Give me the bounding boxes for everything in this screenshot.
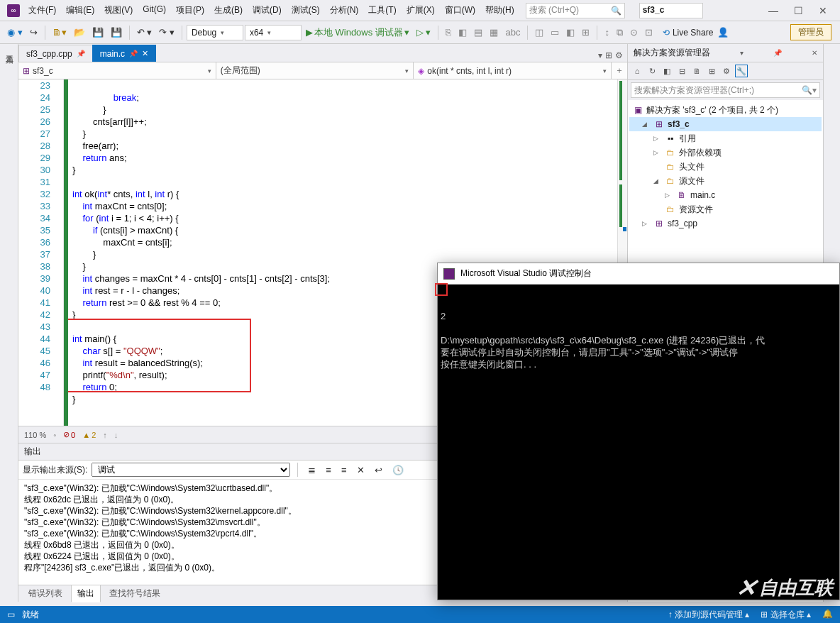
close-button[interactable]: ✕ <box>816 4 830 18</box>
nav-member-combo[interactable]: ◈ ok(int * cnts, int l, int r) <box>414 62 612 79</box>
menu-edit[interactable]: 编辑(E) <box>62 1 99 19</box>
sol-tb-wrench-icon[interactable]: 🔧 <box>735 65 748 77</box>
new-item-button[interactable]: 🗎▾ <box>50 26 70 39</box>
error-count[interactable]: ⊘0 <box>63 430 75 439</box>
close-icon[interactable]: ✕ <box>812 49 817 57</box>
minimize-button[interactable]: — <box>766 4 781 18</box>
menu-view[interactable]: 视图(V) <box>100 1 137 19</box>
dropdown-icon[interactable]: ▾ <box>740 49 744 57</box>
menu-git[interactable]: Git(G) <box>138 1 170 19</box>
status-add-src[interactable]: ↑ 添加到源代码管理 ▴ <box>668 609 750 621</box>
zoom-level[interactable]: 110 % <box>24 431 46 439</box>
sources-node[interactable]: ◢🗀源文件 <box>629 174 822 188</box>
startup-project-combo[interactable]: sf3_c <box>639 3 703 18</box>
save-all-button[interactable]: 💾 <box>108 26 125 39</box>
issues-icon[interactable]: ◦ <box>53 431 56 439</box>
console-title-bar[interactable]: Microsoft Visual Studio 调试控制台 <box>438 263 839 285</box>
sol-tb-2[interactable]: ↻ <box>646 65 658 77</box>
nav-scope-combo[interactable]: ⊞ sf3_c <box>18 62 216 79</box>
tab-find-symbols[interactable]: 查找符号结果 <box>104 585 166 602</box>
sol-tb-6[interactable]: ⊞ <box>705 65 718 77</box>
sol-tb-5[interactable]: 🗎 <box>690 65 703 77</box>
toolbar-option-6[interactable]: ◫ <box>532 26 546 39</box>
toolbar-option-5[interactable]: abc <box>502 26 523 39</box>
output-tool-2[interactable]: ≡ <box>323 463 334 477</box>
toolbar-option-9[interactable]: ⊞ <box>579 26 592 39</box>
output-clear-button[interactable]: ✕ <box>354 463 368 477</box>
menu-extensions[interactable]: 扩展(X) <box>402 1 439 19</box>
open-button[interactable]: 📂 <box>71 26 88 39</box>
project-sf3cpp[interactable]: ▷⊞sf3_cpp <box>629 216 822 231</box>
start-nodebug-button[interactable]: ▷ ▾ <box>414 26 434 39</box>
toolbar-option-13[interactable]: ⊡ <box>642 26 656 39</box>
toolbar-option-10[interactable]: ↕ <box>602 26 612 39</box>
sol-tb-home-icon[interactable]: ⌂ <box>631 65 643 77</box>
project-sf3c[interactable]: ◢⊞sf3_c <box>629 117 822 131</box>
menu-window[interactable]: 窗口(W) <box>441 1 480 19</box>
menu-build[interactable]: 生成(B) <box>210 1 247 19</box>
refs-node[interactable]: ▷▪▪引用 <box>629 131 822 145</box>
toolbar-option-12[interactable]: ⊙ <box>627 26 641 39</box>
menu-debug[interactable]: 调试(D) <box>248 1 286 19</box>
menu-project[interactable]: 项目(P) <box>172 1 209 19</box>
start-debug-button[interactable]: ▶ 本地 Windows 调试器 ▾ <box>303 25 412 40</box>
liveshare-button[interactable]: ⟲ Live Share <box>663 28 713 38</box>
headers-node[interactable]: 🗀头文件 <box>629 160 822 174</box>
close-tab-icon[interactable]: ✕ <box>142 49 148 58</box>
tab-settings-icon[interactable]: ⚙ <box>615 50 623 60</box>
tab-output[interactable]: 输出 <box>71 585 101 602</box>
nav-fwd-button[interactable]: ↪ <box>27 26 40 39</box>
status-bell-icon[interactable]: 🔔 <box>822 609 833 621</box>
tab-split-icon[interactable]: ⊞ <box>605 50 612 60</box>
pin-icon[interactable]: 📌 <box>129 50 138 57</box>
nav-up-icon[interactable]: ↑ <box>103 431 107 439</box>
tab-dropdown-icon[interactable]: ▾ <box>598 50 602 60</box>
toolbar-option-4[interactable]: ▦ <box>487 26 501 39</box>
output-wrap-button[interactable]: ↩ <box>372 463 385 477</box>
file-tab-inactive[interactable]: sf3_cpp.cpp 📌 <box>18 45 93 62</box>
menu-test[interactable]: 测试(S) <box>287 1 324 19</box>
undo-button[interactable]: ↶ ▾ <box>134 26 155 39</box>
console-output[interactable]: 2 D:\mysetup\gopath\src\dsy\sf3_c\x64\De… <box>438 285 839 600</box>
file-tab-active[interactable]: main.c 📌 ✕ <box>92 45 156 62</box>
sol-tb-4[interactable]: ⊟ <box>675 65 688 77</box>
menu-file[interactable]: 文件(F) <box>24 1 60 19</box>
menu-tools[interactable]: 工具(T) <box>364 1 400 19</box>
output-tool-1[interactable]: ≣ <box>305 463 319 477</box>
maximize-button[interactable]: ☐ <box>791 4 806 18</box>
pin-icon[interactable]: 📌 <box>773 49 782 57</box>
nav-add-button[interactable]: ＋ <box>612 62 627 79</box>
output-tool-3[interactable]: ≡ <box>338 463 350 477</box>
toolbar-option-3[interactable]: ▤ <box>471 26 485 39</box>
sol-tb-7[interactable]: ⚙ <box>720 65 733 77</box>
menu-analyze[interactable]: 分析(N) <box>326 1 363 19</box>
sol-tb-3[interactable]: ◧ <box>661 65 673 77</box>
nav-back-button[interactable]: ◉ ▾ <box>4 26 26 39</box>
menu-help[interactable]: 帮助(H) <box>481 1 519 19</box>
feedback-button[interactable]: 👤 <box>714 26 731 39</box>
toolbar-option-2[interactable]: ◧ <box>455 26 470 39</box>
search-box[interactable]: 搜索 (Ctrl+Q) 🔍 <box>526 3 625 18</box>
external-deps-node[interactable]: ▷🗀外部依赖项 <box>629 145 822 160</box>
resources-node[interactable]: 🗀资源文件 <box>629 202 822 216</box>
solution-search[interactable]: 搜索解决方案资源管理器(Ctrl+;) 🔍▾ <box>631 82 820 98</box>
config-combo[interactable]: Debug <box>187 25 243 40</box>
output-timestamp-button[interactable]: 🕓 <box>389 463 407 477</box>
mainc-node[interactable]: ▷🗎main.c <box>629 188 822 202</box>
solution-root[interactable]: ▣解决方案 'sf3_c' (2 个项目, 共 2 个) <box>629 103 822 117</box>
status-select-repo[interactable]: ⊞ 选择仓库 ▴ <box>761 609 811 621</box>
toolbar-option-11[interactable]: ⧉ <box>614 26 626 40</box>
nav-func-combo[interactable]: (全局范围) <box>216 62 414 79</box>
toolbox-collapsed-tab[interactable]: 工具箱 <box>0 44 18 602</box>
toolbar-option-8[interactable]: ◧ <box>563 26 578 39</box>
pin-icon[interactable]: 📌 <box>77 50 85 57</box>
toolbar-option-7[interactable]: ▭ <box>548 26 562 39</box>
toolbar-option-1[interactable]: ⎘ <box>443 26 454 39</box>
warning-count[interactable]: ▲2 <box>82 431 96 439</box>
save-button[interactable]: 💾 <box>89 26 106 39</box>
redo-button[interactable]: ↷ ▾ <box>156 26 177 39</box>
output-source-combo[interactable]: 调试 <box>92 463 290 477</box>
nav-down-icon[interactable]: ↓ <box>114 431 118 439</box>
platform-combo[interactable]: x64 <box>245 25 302 40</box>
debug-console-window[interactable]: Microsoft Visual Studio 调试控制台 2 D:\myset… <box>437 263 840 600</box>
